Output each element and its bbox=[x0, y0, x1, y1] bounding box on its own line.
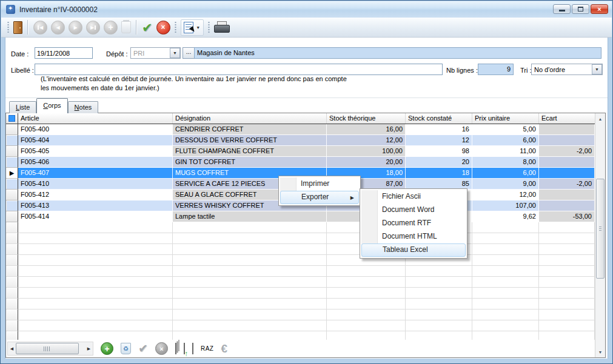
column-header-stock_theorique[interactable]: Stock théorique bbox=[327, 113, 406, 124]
empty-table-row[interactable] bbox=[6, 233, 595, 244]
cell-stock_theorique[interactable]: 12,00 bbox=[327, 135, 406, 146]
tab-liste[interactable]: Liste bbox=[9, 101, 36, 113]
next-record-button[interactable]: ▶ bbox=[69, 21, 82, 35]
cell-ecart[interactable] bbox=[539, 190, 595, 200]
cell-designation[interactable]: FLUTE CHAMPAGNE COFFRET bbox=[173, 146, 327, 157]
cell-stock_theorique[interactable]: 100,00 bbox=[327, 146, 406, 157]
delete-line-button[interactable]: ♻ bbox=[121, 343, 131, 354]
empty-table-row[interactable] bbox=[6, 255, 595, 266]
empty-table-row[interactable] bbox=[6, 299, 595, 309]
barcode-single-button[interactable] bbox=[192, 343, 193, 354]
cell-article[interactable]: F005-400 bbox=[18, 124, 173, 135]
cancel-button[interactable]: × bbox=[156, 21, 170, 35]
submenu-item-fichier-ascii[interactable]: Fichier Ascii bbox=[361, 190, 466, 204]
empty-table-row[interactable] bbox=[6, 277, 595, 288]
row-selector[interactable] bbox=[6, 124, 18, 135]
row-selector[interactable] bbox=[6, 233, 18, 244]
table-row[interactable]: F005-405FLUTE CHAMPAGNE COFFRET100,00981… bbox=[6, 146, 595, 157]
previous-record-button[interactable]: ◀ bbox=[51, 21, 65, 35]
empty-table-row[interactable] bbox=[6, 222, 595, 233]
cell-prix_unitaire[interactable]: 12,00 bbox=[472, 190, 539, 200]
row-selector[interactable] bbox=[6, 255, 18, 266]
scroll-up-button[interactable]: ▲ bbox=[595, 114, 605, 124]
cell-ecart[interactable] bbox=[539, 200, 595, 211]
cell-prix_unitaire[interactable]: 11,00 bbox=[472, 146, 539, 157]
depot-browse-button[interactable]: ... bbox=[183, 47, 195, 59]
libelle-input[interactable] bbox=[35, 64, 443, 75]
cell-stock_theorique[interactable]: 16,00 bbox=[327, 124, 406, 135]
row-selector[interactable] bbox=[6, 179, 18, 190]
row-selector[interactable] bbox=[6, 157, 18, 168]
cell-prix_unitaire[interactable]: 6,00 bbox=[472, 135, 539, 146]
print-button[interactable] bbox=[214, 21, 229, 34]
row-selector[interactable] bbox=[6, 244, 18, 255]
cell-stock_constate[interactable]: 18 bbox=[406, 168, 472, 179]
table-row[interactable]: F005-400CENDRIER COFFRET16,00165,00 bbox=[6, 124, 595, 135]
cell-stock_theorique[interactable]: 20,00 bbox=[327, 157, 406, 168]
empty-table-row[interactable] bbox=[6, 309, 595, 320]
row-selector[interactable] bbox=[6, 222, 18, 233]
column-header-stock_constate[interactable]: Stock constaté bbox=[406, 113, 472, 124]
empty-table-row[interactable] bbox=[6, 331, 595, 340]
row-selector[interactable] bbox=[6, 309, 18, 320]
maximize-button[interactable] bbox=[572, 4, 589, 14]
horizontal-scrollbar-thumb[interactable] bbox=[16, 343, 79, 354]
cell-prix_unitaire[interactable]: 5,00 bbox=[472, 124, 539, 135]
menu-item-imprimer[interactable]: Imprimer bbox=[280, 177, 359, 191]
cell-prix_unitaire[interactable]: 6,00 bbox=[472, 168, 539, 179]
column-header-ecart[interactable]: Ecart bbox=[539, 113, 595, 124]
add-line-button[interactable]: + bbox=[101, 342, 113, 355]
delete-record-button[interactable] bbox=[121, 21, 131, 33]
depot-dropdown-button[interactable]: ▼ bbox=[170, 48, 180, 58]
row-selector[interactable] bbox=[6, 135, 18, 146]
vertical-scrollbar[interactable]: ▲ ▼ bbox=[595, 113, 605, 357]
cell-article[interactable]: F005-410 bbox=[18, 179, 173, 190]
cell-article[interactable]: F005-407 bbox=[18, 168, 173, 179]
table-row[interactable]: F005-404DESSOUS DE VERRE COFFRET12,00126… bbox=[6, 135, 595, 146]
cancel-line-button[interactable]: × bbox=[155, 342, 168, 355]
empty-table-row[interactable] bbox=[6, 288, 595, 299]
validate-button[interactable]: ✔ bbox=[142, 21, 153, 34]
cell-article[interactable]: F005-412 bbox=[18, 190, 173, 200]
validate-line-button[interactable]: ✔ bbox=[138, 343, 148, 355]
barcode-stack-button[interactable] bbox=[175, 343, 176, 354]
exit-button[interactable] bbox=[13, 21, 22, 34]
row-selector[interactable] bbox=[6, 288, 18, 299]
first-record-button[interactable]: ◀ bbox=[33, 21, 47, 35]
tab-corps[interactable]: Corps bbox=[36, 98, 67, 113]
cell-stock_constate[interactable]: 12 bbox=[406, 135, 472, 146]
row-selector[interactable] bbox=[6, 266, 18, 277]
cell-stock_constate[interactable]: 20 bbox=[406, 157, 472, 168]
cell-article[interactable]: F005-406 bbox=[18, 157, 173, 168]
cell-designation[interactable]: GIN TOT COFFRET bbox=[173, 157, 327, 168]
row-selector[interactable] bbox=[6, 331, 18, 340]
date-input[interactable] bbox=[35, 47, 93, 59]
minimize-button[interactable] bbox=[553, 4, 571, 14]
cell-article[interactable]: F005-414 bbox=[18, 211, 173, 222]
scroll-right-button[interactable]: ▶ bbox=[85, 342, 93, 355]
cell-ecart[interactable]: -2,00 bbox=[539, 146, 595, 157]
cell-designation[interactable]: Lampe tactile bbox=[173, 211, 327, 222]
cell-ecart[interactable] bbox=[539, 168, 595, 179]
row-selector[interactable] bbox=[6, 146, 18, 157]
cell-designation[interactable]: CENDRIER COFFRET bbox=[173, 124, 327, 135]
raz-button[interactable]: RAZ bbox=[201, 345, 214, 352]
cell-article[interactable]: F005-413 bbox=[18, 200, 173, 211]
cell-prix_unitaire[interactable]: 9,00 bbox=[472, 179, 539, 190]
submenu-item-document-rtf[interactable]: Document RTF bbox=[361, 217, 466, 230]
euro-button[interactable]: € bbox=[221, 342, 227, 356]
tab-notes[interactable]: Notes bbox=[68, 101, 99, 113]
cell-ecart[interactable] bbox=[539, 135, 595, 146]
cell-prix_unitaire[interactable]: 9,62 bbox=[472, 211, 539, 222]
row-selector[interactable]: ▶ bbox=[6, 168, 18, 179]
row-selector[interactable] bbox=[6, 320, 18, 331]
row-selector[interactable] bbox=[6, 200, 18, 211]
submenu-item-document-word[interactable]: Document Word bbox=[361, 204, 466, 217]
empty-table-row[interactable] bbox=[6, 320, 595, 331]
close-button[interactable]: × bbox=[591, 4, 608, 14]
cell-article[interactable]: F005-405 bbox=[18, 146, 173, 157]
table-row[interactable]: F005-414Lampe tactile9,62-53,00 bbox=[6, 211, 595, 222]
table-row[interactable]: F005-406GIN TOT COFFRET20,00208,00 bbox=[6, 157, 595, 168]
vertical-scrollbar-thumb[interactable] bbox=[596, 179, 605, 279]
scroll-left-button[interactable]: ◀ bbox=[8, 342, 16, 355]
